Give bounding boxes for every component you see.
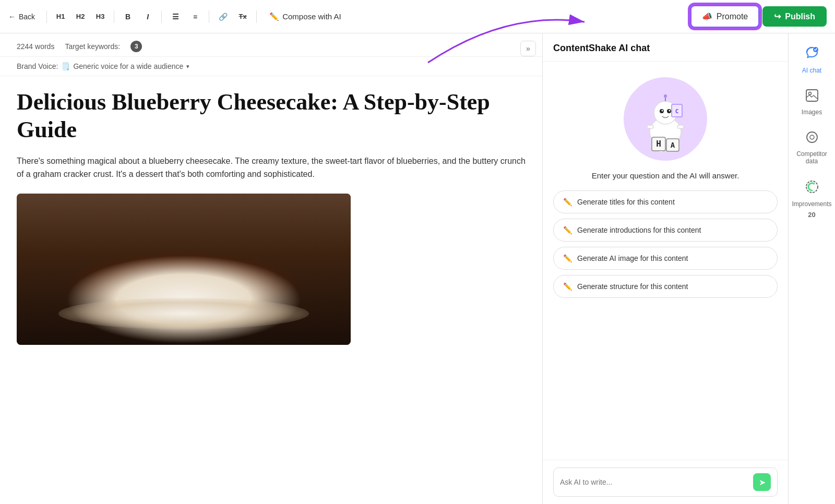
ai-chat-icon [805, 46, 819, 64]
generate-ai-image-button[interactable]: ✏️ Generate AI image for this content [553, 247, 778, 270]
generate-structure-icon: ✏️ [563, 282, 572, 291]
generate-introductions-button[interactable]: ✏️ Generate introductions for this conte… [553, 219, 778, 242]
publish-label: Publish [785, 12, 815, 21]
improvements-count-badge: 20 [808, 211, 815, 219]
bold-button[interactable]: B [120, 8, 136, 25]
link-icon: 🔗 [219, 13, 228, 21]
svg-text:C: C [675, 108, 679, 115]
svg-text:A: A [671, 141, 675, 149]
back-arrow-icon: ← [8, 13, 16, 21]
sidebar-images-label: Images [802, 109, 822, 116]
sidebar-competitor-label: Competitor data [795, 150, 829, 165]
robot-svg: H A C [629, 82, 702, 155]
ordered-list-button[interactable]: ☰ [167, 8, 184, 25]
competitor-data-icon [805, 130, 819, 147]
clear-format-icon: Tx [239, 13, 247, 20]
sidebar-ai-chat-label: AI chat [802, 67, 821, 74]
ai-input-container: ➤ [553, 467, 778, 497]
toolbar-divider-5 [256, 10, 257, 23]
svg-point-17 [664, 94, 667, 98]
back-button[interactable]: ← Back [8, 13, 35, 21]
editor-panel: 2244 words Target keywords: 3 » Brand Vo… [0, 33, 543, 504]
images-icon [805, 89, 819, 105]
svg-rect-6 [647, 125, 653, 128]
sidebar-item-competitor-data[interactable]: Competitor data [791, 124, 833, 171]
publish-icon: ↪ [774, 11, 781, 21]
word-count: 2244 words [17, 42, 54, 51]
svg-text:H: H [656, 139, 661, 149]
collapse-panel-button[interactable]: » [520, 41, 536, 56]
toolbar-divider-3 [161, 10, 162, 23]
compose-icon: ✏️ [269, 12, 279, 21]
toolbar-divider-1 [46, 10, 47, 23]
toolbar: ← Back H1 H2 H3 B I ☰ ≡ 🔗 Tx ✏️ Compose … [0, 0, 835, 33]
svg-point-5 [669, 110, 671, 112]
compose-with-ai-button[interactable]: ✏️ Compose with AI [262, 8, 349, 26]
svg-point-24 [808, 183, 816, 190]
h3-button[interactable]: H3 [92, 8, 109, 25]
svg-point-21 [807, 132, 817, 142]
improvements-icon [805, 179, 819, 197]
toolbar-divider-2 [114, 10, 114, 23]
brand-voice-value: Generic voice for a wide audience [73, 62, 183, 70]
generate-structure-button[interactable]: ✏️ Generate structure for this content [553, 275, 778, 298]
compose-label: Compose with AI [282, 12, 341, 21]
clear-format-button[interactable]: Tx [234, 8, 251, 25]
ai-robot-image: H A C [624, 77, 707, 161]
target-keywords-label: Target keywords: [65, 42, 120, 51]
generate-ai-image-label: Generate AI image for this content [577, 254, 688, 262]
article-intro[interactable]: There's something magical about a bluebe… [17, 154, 526, 181]
plate-highlight [58, 298, 309, 329]
generate-structure-label: Generate structure for this content [577, 282, 688, 291]
ai-chat-panel: ContentShake AI chat [543, 33, 788, 504]
ai-panel-header: ContentShake AI chat [543, 33, 788, 62]
italic-button[interactable]: I [139, 8, 156, 25]
svg-point-22 [810, 135, 814, 139]
promote-icon: 📣 [702, 11, 712, 21]
unordered-list-button[interactable]: ≡ [187, 8, 204, 25]
article-image [17, 194, 351, 345]
generate-titles-label: Generate titles for this content [577, 198, 675, 206]
svg-rect-7 [677, 125, 684, 128]
brand-voice-bar: Brand Voice: 🗒️ Generic voice for a wide… [0, 57, 542, 76]
ordered-list-icon: ☰ [172, 13, 179, 21]
ai-panel-footer: ➤ [543, 460, 788, 504]
keyword-count-badge: 3 [130, 41, 142, 52]
svg-point-20 [808, 92, 811, 95]
sidebar-item-improvements[interactable]: Improvements 20 [791, 173, 833, 225]
ai-panel-title: ContentShake AI chat [553, 43, 650, 53]
generate-ai-image-icon: ✏️ [563, 254, 572, 262]
ai-prompt-text: Enter your question and the AI will answ… [592, 171, 739, 180]
h2-button[interactable]: H2 [72, 8, 89, 25]
editor-meta: 2244 words Target keywords: 3 » [0, 33, 542, 57]
editor-body: Delicious Blueberry Cheesecake: A Step-b… [0, 76, 542, 357]
sidebar-improvements-label: Improvements [792, 200, 831, 208]
generate-introductions-icon: ✏️ [563, 226, 572, 234]
svg-point-4 [662, 110, 663, 112]
publish-button[interactable]: ↪ Publish [762, 6, 827, 27]
generate-titles-button[interactable]: ✏️ Generate titles for this content [553, 190, 778, 213]
brand-voice-chevron-icon[interactable]: ▾ [186, 63, 189, 70]
h1-button[interactable]: H1 [52, 8, 69, 25]
cheesecake-visual [17, 194, 351, 345]
unordered-list-icon: ≡ [193, 13, 197, 21]
sidebar-item-images[interactable]: Images [791, 82, 833, 122]
generate-introductions-label: Generate introductions for this content [577, 226, 701, 234]
ai-chat-input[interactable] [560, 478, 749, 486]
sidebar-item-ai-chat[interactable]: AI chat [791, 40, 833, 80]
brand-voice-label: Brand Voice: [17, 62, 58, 70]
link-button[interactable]: 🔗 [214, 8, 231, 25]
send-icon: ➤ [759, 477, 766, 487]
back-label: Back [19, 13, 35, 21]
toolbar-divider-4 [209, 10, 209, 23]
svg-rect-19 [806, 90, 818, 101]
right-sidebar: AI chat Images Competitor data [788, 33, 835, 504]
ai-send-button[interactable]: ➤ [753, 473, 771, 491]
generate-titles-icon: ✏️ [563, 198, 572, 206]
promote-button[interactable]: 📣 Promote [690, 5, 759, 28]
promote-label: Promote [717, 12, 748, 21]
article-title[interactable]: Delicious Blueberry Cheesecake: A Step-b… [17, 89, 526, 144]
brand-voice-icon: 🗒️ [61, 62, 70, 70]
ai-panel-body: H A C Enter your question and the AI wil… [543, 62, 788, 460]
main-content: 2244 words Target keywords: 3 » Brand Vo… [0, 33, 835, 504]
